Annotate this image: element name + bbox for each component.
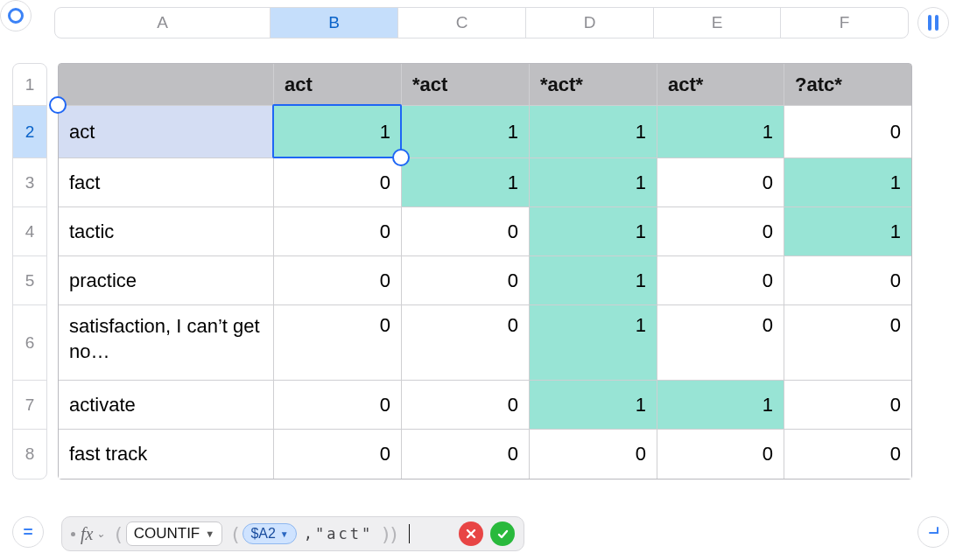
cell-D3[interactable]: 1: [530, 158, 657, 207]
pause-icon: [928, 15, 938, 31]
cell-E6[interactable]: 0: [657, 305, 784, 381]
row-header-3[interactable]: 3: [13, 158, 46, 207]
cell-C5[interactable]: 0: [402, 256, 530, 305]
cell-B7-text: 0: [380, 394, 390, 416]
spreadsheet-grid[interactable]: act*act*act*act*?atc*act11110fact01101ta…: [58, 63, 912, 480]
cell-E3[interactable]: 0: [657, 158, 784, 207]
cell-D6[interactable]: 1: [530, 305, 657, 381]
cell-E6-text: 0: [763, 314, 773, 337]
cell-D1[interactable]: *act*: [530, 64, 657, 106]
cell-B4-text: 0: [380, 220, 390, 243]
function-pill[interactable]: COUNTIF ▼: [126, 522, 222, 546]
cell-F5[interactable]: 0: [784, 256, 911, 305]
cell-E7[interactable]: 1: [657, 381, 784, 430]
cell-D7[interactable]: 1: [530, 381, 657, 430]
cell-A2[interactable]: act: [59, 106, 274, 158]
cell-B6-text: 0: [380, 314, 390, 337]
cell-F7-text: 0: [890, 394, 901, 416]
cell-A4[interactable]: tactic: [59, 207, 274, 256]
cell-E5[interactable]: 0: [657, 256, 784, 305]
column-header-D[interactable]: D: [526, 8, 654, 38]
ring-icon: [8, 8, 24, 24]
open-paren-icon: (: [112, 523, 118, 545]
cell-E4[interactable]: 0: [657, 207, 784, 256]
cell-A6-text: satisfaction, I can’t get no…: [69, 314, 263, 364]
text-cursor: [409, 524, 411, 543]
row-header-4[interactable]: 4: [13, 207, 46, 256]
cell-B3[interactable]: 0: [274, 158, 402, 207]
cell-F1[interactable]: ?atc*: [784, 64, 911, 106]
column-header-A[interactable]: A: [55, 8, 271, 38]
row-header-2[interactable]: 2: [13, 106, 46, 158]
cell-A1[interactable]: [59, 64, 274, 106]
cell-A8[interactable]: fast track: [59, 430, 274, 479]
row-header-1[interactable]: 1: [13, 64, 46, 106]
open-paren2-icon: (: [229, 523, 235, 545]
column-header-E[interactable]: E: [654, 8, 781, 38]
bottom-left-button[interactable]: =: [12, 516, 44, 548]
cell-A3-text: fact: [69, 172, 100, 194]
cell-D4[interactable]: 1: [530, 207, 657, 256]
cell-B3-text: 0: [380, 172, 390, 194]
chevron-down-icon: ▼: [205, 528, 214, 539]
cell-C6[interactable]: 0: [402, 305, 530, 381]
cell-C3-text: 1: [508, 172, 518, 194]
cell-F8[interactable]: 0: [784, 430, 911, 479]
row-header-5[interactable]: 5: [13, 256, 46, 305]
cell-B8-text: 0: [380, 443, 390, 466]
formula-literal[interactable]: ,"act": [304, 525, 373, 542]
cell-F3-text: 1: [890, 172, 901, 194]
cell-ref-pill[interactable]: $A2 ▼: [243, 523, 296, 544]
cell-B7[interactable]: 0: [274, 381, 402, 430]
cell-E8-text: 0: [763, 443, 773, 466]
cell-D2[interactable]: 1: [530, 106, 657, 158]
top-left-button[interactable]: [0, 0, 32, 32]
cell-F6[interactable]: 0: [784, 305, 911, 381]
cell-F2[interactable]: 0: [784, 106, 911, 158]
close-icon: [465, 528, 477, 540]
cell-A7[interactable]: activate: [59, 381, 274, 430]
cell-B5-text: 0: [380, 270, 390, 292]
cell-D8[interactable]: 0: [530, 430, 657, 479]
cell-D5-text: 1: [636, 270, 646, 292]
cell-C4[interactable]: 0: [402, 207, 530, 256]
cell-E1-text: act*: [668, 74, 703, 96]
cell-C7[interactable]: 0: [402, 381, 530, 430]
row-header-6[interactable]: 6: [13, 305, 46, 381]
cell-F3[interactable]: 1: [784, 158, 911, 207]
cell-B2[interactable]: 1: [274, 106, 402, 158]
cell-B1[interactable]: act: [274, 64, 402, 106]
cell-D5[interactable]: 1: [530, 256, 657, 305]
cell-C8[interactable]: 0: [402, 430, 530, 479]
cell-C2[interactable]: 1: [402, 106, 530, 158]
fx-label[interactable]: fx⌄: [71, 524, 105, 544]
cell-E1[interactable]: act*: [657, 64, 784, 106]
cell-A3[interactable]: fact: [59, 158, 274, 207]
cell-B5[interactable]: 0: [274, 256, 402, 305]
bottom-right-button[interactable]: [917, 516, 949, 548]
cell-C3[interactable]: 1: [402, 158, 530, 207]
column-header-B[interactable]: B: [271, 8, 398, 38]
cell-D4-text: 1: [636, 220, 646, 243]
cell-C1[interactable]: *act: [402, 64, 530, 106]
cell-E8[interactable]: 0: [657, 430, 784, 479]
chevron-down-icon: ▼: [280, 529, 289, 539]
cell-E2[interactable]: 1: [657, 106, 784, 158]
cell-F4[interactable]: 1: [784, 207, 911, 256]
cell-A5[interactable]: practice: [59, 256, 274, 305]
column-header-F[interactable]: F: [781, 8, 908, 38]
top-right-button[interactable]: [917, 7, 949, 38]
cell-B6[interactable]: 0: [274, 305, 402, 381]
formula-bar[interactable]: fx⌄ ( COUNTIF ▼ ( $A2 ▼ ,"act" )): [61, 516, 524, 551]
cell-A6[interactable]: satisfaction, I can’t get no…: [59, 305, 274, 381]
cancel-button[interactable]: [459, 522, 483, 546]
confirm-button[interactable]: [490, 522, 515, 546]
cell-C1-text: *act: [412, 74, 447, 96]
row-header-7[interactable]: 7: [13, 381, 46, 430]
row-header-8[interactable]: 8: [13, 430, 46, 479]
cell-B4[interactable]: 0: [274, 207, 402, 256]
cell-F7[interactable]: 0: [784, 381, 911, 430]
cell-B8[interactable]: 0: [274, 430, 402, 479]
column-header-C[interactable]: C: [398, 8, 526, 38]
cell-B2-text: 1: [380, 121, 390, 144]
